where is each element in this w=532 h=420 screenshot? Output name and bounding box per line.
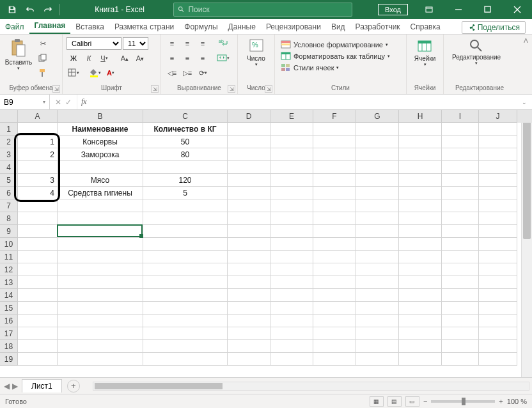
cell[interactable]: [399, 161, 442, 174]
cell[interactable]: [313, 136, 356, 148]
cell[interactable]: [58, 212, 143, 225]
cells-button[interactable]: Ячейки ▾: [411, 37, 439, 68]
cell[interactable]: [18, 353, 58, 366]
cell[interactable]: [479, 353, 517, 366]
col-header[interactable]: A: [18, 110, 58, 123]
cell[interactable]: [313, 251, 356, 263]
cell[interactable]: [143, 315, 228, 327]
cell[interactable]: [356, 327, 399, 340]
cell[interactable]: [228, 327, 270, 340]
cell[interactable]: [18, 225, 58, 238]
enter-formula-icon[interactable]: ✓: [65, 98, 72, 107]
row-header[interactable]: 7: [0, 199, 18, 212]
cell[interactable]: [356, 148, 399, 161]
fill-color-icon[interactable]: ▾: [88, 66, 102, 79]
row-header[interactable]: 5: [0, 174, 18, 187]
font-name-select[interactable]: Calibri: [66, 37, 121, 50]
row-header[interactable]: 19: [0, 353, 18, 366]
col-header[interactable]: B: [58, 110, 143, 123]
cell[interactable]: [228, 251, 270, 263]
cell[interactable]: Количество в КГ: [143, 123, 228, 136]
cell[interactable]: [270, 251, 313, 263]
cell[interactable]: [442, 161, 479, 174]
bold-icon[interactable]: Ж: [66, 52, 81, 65]
cell[interactable]: [479, 225, 517, 238]
cell[interactable]: [356, 212, 399, 225]
font-color-icon[interactable]: A▾: [104, 66, 118, 79]
cell[interactable]: [270, 161, 313, 174]
align-top-icon[interactable]: ≡: [165, 37, 179, 50]
underline-icon[interactable]: Ч ▾: [97, 52, 111, 65]
row-header[interactable]: 11: [0, 251, 18, 263]
cell[interactable]: [442, 353, 479, 366]
decrease-indent-icon[interactable]: ◁≡: [165, 66, 179, 79]
cell[interactable]: [270, 225, 313, 238]
cell[interactable]: [442, 225, 479, 238]
cut-icon[interactable]: ✂: [36, 37, 50, 50]
cell[interactable]: [143, 251, 228, 263]
cell[interactable]: [442, 251, 479, 263]
cell[interactable]: [228, 136, 270, 148]
conditional-format-button[interactable]: Условное форматирование ▾: [279, 40, 402, 50]
save-icon[interactable]: [4, 2, 20, 17]
row-header[interactable]: 6: [0, 187, 18, 199]
cell[interactable]: [399, 327, 442, 340]
cell[interactable]: [442, 340, 479, 353]
cell[interactable]: [313, 276, 356, 289]
cell[interactable]: [228, 289, 270, 302]
cell[interactable]: [479, 174, 517, 187]
cell[interactable]: Заморозка: [58, 148, 143, 161]
cell[interactable]: [270, 327, 313, 340]
cell[interactable]: [479, 148, 517, 161]
cell[interactable]: [399, 340, 442, 353]
cell[interactable]: [270, 353, 313, 366]
cell[interactable]: [356, 238, 399, 251]
cell[interactable]: [442, 263, 479, 276]
cell[interactable]: [313, 123, 356, 136]
row-header[interactable]: 14: [0, 289, 18, 302]
cell[interactable]: [18, 199, 58, 212]
cell[interactable]: [399, 187, 442, 199]
cell[interactable]: [442, 276, 479, 289]
row-header[interactable]: 12: [0, 263, 18, 276]
cell[interactable]: [479, 251, 517, 263]
cell[interactable]: [356, 315, 399, 327]
cell[interactable]: [356, 123, 399, 136]
cell[interactable]: [270, 302, 313, 315]
cell[interactable]: [356, 276, 399, 289]
format-as-table-button[interactable]: Форматировать как таблицу ▾: [279, 51, 402, 61]
tab-scroll-left-icon[interactable]: ◀: [4, 382, 10, 391]
cell[interactable]: [399, 123, 442, 136]
cell[interactable]: [58, 340, 143, 353]
clipboard-launcher[interactable]: ⇲: [52, 85, 60, 93]
cell[interactable]: [270, 340, 313, 353]
cell[interactable]: [228, 263, 270, 276]
col-header[interactable]: E: [270, 110, 313, 123]
cell[interactable]: [479, 263, 517, 276]
editing-button[interactable]: Редактирование ▾: [448, 37, 505, 67]
tab-view[interactable]: Вид: [326, 20, 350, 34]
zoom-in-icon[interactable]: +: [499, 398, 503, 405]
search-box[interactable]: [173, 3, 352, 17]
cell[interactable]: [313, 148, 356, 161]
tab-insert[interactable]: Вставка: [70, 20, 109, 34]
cell[interactable]: [399, 199, 442, 212]
cell[interactable]: [270, 123, 313, 136]
cell[interactable]: [270, 136, 313, 148]
cell[interactable]: 1: [18, 136, 58, 148]
close-icon[interactable]: [503, 0, 532, 19]
cell[interactable]: Средства гигиены: [58, 187, 143, 199]
cell[interactable]: [228, 315, 270, 327]
row-header[interactable]: 4: [0, 161, 18, 174]
ribbon-options-icon[interactable]: [414, 0, 444, 19]
cell[interactable]: [399, 251, 442, 263]
row-header[interactable]: 16: [0, 315, 18, 327]
cell[interactable]: [228, 174, 270, 187]
grow-font-icon[interactable]: A▴: [118, 52, 132, 65]
formula-input[interactable]: [91, 95, 517, 109]
cell-styles-button[interactable]: Стили ячеек ▾: [279, 63, 402, 73]
col-header[interactable]: I: [442, 110, 479, 123]
cell[interactable]: [356, 251, 399, 263]
cell[interactable]: [228, 123, 270, 136]
cell[interactable]: [399, 136, 442, 148]
